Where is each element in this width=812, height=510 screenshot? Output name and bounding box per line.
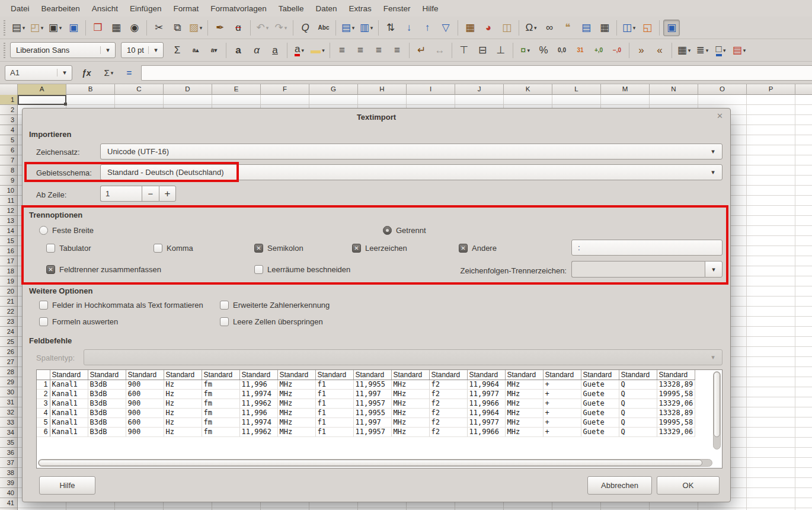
row-header-35[interactable]: 35 [0,438,17,448]
preview-column-header-15[interactable]: Standard [581,370,619,380]
menu-item-fenster[interactable]: Fenster [378,2,417,15]
conditional-formatting-icon[interactable]: ▤▾ [731,42,747,59]
insert-chart-icon[interactable]: ◕ [480,20,497,36]
column-header-b[interactable]: B [66,84,115,95]
row-header-22[interactable]: 22 [0,307,17,317]
row-header-25[interactable]: 25 [0,337,17,347]
column-header-e[interactable]: E [212,84,261,95]
menu-item-hilfe[interactable]: Hilfe [417,2,445,15]
align-top-icon[interactable]: ⊤ [456,42,472,59]
column-header-o[interactable]: O [698,84,747,95]
column-header-h[interactable]: H [358,84,407,95]
select-all-corner[interactable] [0,84,18,95]
preview-column-header-8[interactable]: Standard [315,370,353,380]
preview-column-header-13[interactable]: Standard [505,370,543,380]
chevron-down-icon[interactable]: ▾ [100,46,115,54]
preview-column-header-11[interactable]: Standard [429,370,467,380]
row-header-39[interactable]: 39 [0,478,17,488]
font-name-combobox[interactable]: Liberation Sans ▾ [10,42,116,58]
border-style-icon[interactable]: ≣▾ [694,42,711,59]
cut-icon[interactable]: ✂ [151,20,167,36]
save-icon[interactable]: ▣▾ [47,20,63,36]
menu-item-datei[interactable]: Datei [5,2,36,15]
new-spreadsheet-icon[interactable]: ▤▾ [10,20,27,36]
chevron-down-icon[interactable]: ▾ [704,168,722,176]
font-color-icon[interactable]: a▾ [291,42,308,59]
function-wizard-icon[interactable]: ƒx [78,68,95,78]
row-header-5[interactable]: 5 [0,135,17,145]
close-icon[interactable]: ✕ [717,111,723,120]
underline-icon[interactable]: a [267,42,283,59]
row-header-28[interactable]: 28 [0,367,17,377]
formula-input-line[interactable] [141,65,812,81]
preview-column-header-6[interactable]: Standard [239,370,277,380]
center-vertically-icon[interactable]: ⊟ [474,42,491,59]
align-bottom-icon[interactable]: ⊥ [493,42,509,59]
preview-column-header-7[interactable]: Standard [277,370,315,380]
spelling-icon[interactable]: Abc [315,20,332,36]
print-directly-icon[interactable]: ▦ [596,20,613,36]
font-size-combobox[interactable]: 10 pt ▾ [121,42,164,58]
help-button[interactable]: Hilfe [39,476,95,495]
increase-indent-icon[interactable]: » [633,42,650,59]
row-header-7[interactable]: 7 [0,155,17,165]
row-header-1[interactable]: 1 [0,95,17,105]
cancel-button[interactable]: Abbrechen [587,476,652,495]
scrollbar-thumb[interactable] [39,460,702,466]
clone-formatting-icon[interactable]: ✒ [212,20,228,36]
column-header-d[interactable]: D [164,84,212,95]
menu-item-tabelle[interactable]: Tabelle [273,2,310,15]
save-remote-icon[interactable]: ▣ [65,20,82,36]
preview-column-header-5[interactable]: Standard [202,370,239,380]
cell-reference-box[interactable]: A1 ▾ [5,65,72,81]
chevron-down-icon[interactable]: ▾ [704,148,722,155]
row-header-40[interactable]: 40 [0,488,17,498]
copy-icon[interactable]: ⧉ [169,20,186,36]
freeze-panes-icon[interactable]: ◫▾ [621,20,637,36]
date-format-icon[interactable]: 31 [572,42,589,59]
detect-numbers-checkbox[interactable] [220,301,229,310]
undo-icon[interactable]: ↶▾ [254,20,271,36]
row-header-38[interactable]: 38 [0,468,17,478]
row-header-26[interactable]: 26 [0,347,17,357]
sort-ascending-icon[interactable]: ↓ [401,20,417,36]
redo-icon[interactable]: ↷▾ [273,20,289,36]
pivot-table-icon[interactable]: ◫ [498,20,515,36]
row-header-20[interactable]: 20 [0,286,17,297]
preview-vertical-scrollbar[interactable] [713,371,721,450]
preview-column-header-12[interactable]: Standard [467,370,505,380]
row-header-14[interactable]: 14 [0,226,17,236]
preview-column-header-17[interactable]: Standard [657,370,695,380]
row-header-32[interactable]: 32 [0,407,17,417]
column-header-m[interactable]: M [601,84,650,95]
menu-item-extras[interactable]: Extras [343,2,378,15]
preview-column-header-4[interactable]: Standard [164,370,202,380]
spinner-increment-button[interactable]: + [159,186,176,202]
row-header-3[interactable]: 3 [0,115,17,125]
align-center-icon[interactable]: ≡ [352,42,369,59]
highlight-color-icon[interactable]: ▬▾ [309,42,326,59]
row-header-27[interactable]: 27 [0,357,17,367]
preview-column-header-3[interactable]: Standard [126,370,164,380]
insert-row-icon[interactable]: ▤▾ [340,20,356,36]
insert-column-icon[interactable]: ▥▾ [358,20,375,36]
chevron-down-icon[interactable]: ▾ [57,69,72,76]
open-icon[interactable]: ◰▾ [28,20,45,36]
row-header-16[interactable]: 16 [0,246,17,256]
row-header-13[interactable]: 13 [0,216,17,226]
column-header-c[interactable]: C [115,84,164,95]
sum-icon[interactable]: Σ ▾ [101,67,117,78]
menu-item-daten[interactable]: Daten [310,2,343,15]
row-header-9[interactable]: 9 [0,176,17,186]
row-header-17[interactable]: 17 [0,256,17,266]
column-header-j[interactable]: J [455,84,504,95]
column-header-l[interactable]: L [552,84,601,95]
preview-horizontal-scrollbar[interactable] [38,459,712,467]
evaluate-formulas-checkbox[interactable] [39,317,48,326]
toolbar-grip[interactable] [2,43,7,58]
column-header-n[interactable]: N [650,84,698,95]
preview-column-header-1[interactable]: Standard [50,370,88,380]
row-header-24[interactable]: 24 [0,327,17,337]
sum-icon[interactable]: Σ [169,42,186,59]
column-header-k[interactable]: K [504,84,552,95]
